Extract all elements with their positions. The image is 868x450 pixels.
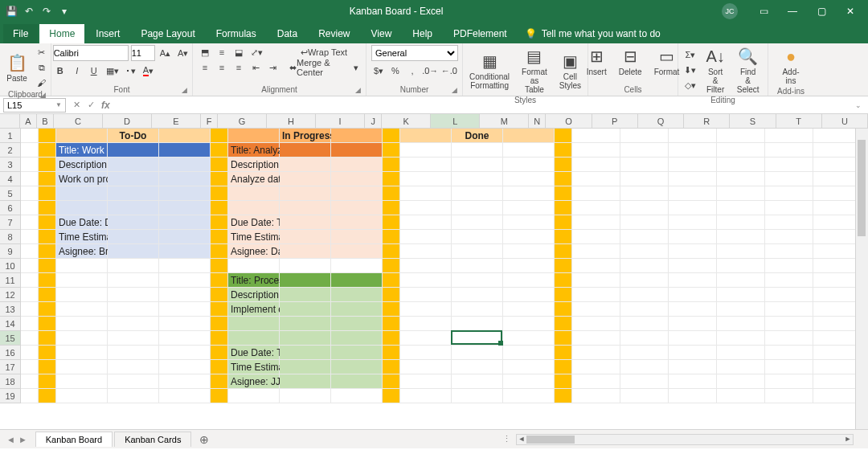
- cell[interactable]: Title: Analyze: [228, 143, 280, 158]
- cell[interactable]: Time Estimate: 3 Hours: [228, 230, 280, 244]
- cell[interactable]: [39, 317, 56, 331]
- cell[interactable]: [56, 259, 108, 273]
- cell[interactable]: [620, 158, 669, 172]
- column-header[interactable]: P: [592, 114, 638, 129]
- cell[interactable]: [503, 259, 555, 273]
- row-header[interactable]: 13: [0, 302, 21, 317]
- cell[interactable]: [813, 129, 862, 143]
- cell[interactable]: [400, 374, 452, 389]
- cell[interactable]: [211, 302, 228, 317]
- cell[interactable]: [620, 374, 669, 389]
- row-header[interactable]: 12: [0, 288, 21, 302]
- cell[interactable]: [669, 317, 717, 331]
- cell[interactable]: [331, 230, 383, 244]
- cell[interactable]: [159, 346, 211, 360]
- format-painter-icon[interactable]: 🖌: [35, 76, 49, 90]
- cell[interactable]: [108, 302, 159, 317]
- cell[interactable]: Due Date: Today: [228, 346, 280, 360]
- cell[interactable]: [717, 389, 765, 403]
- cell[interactable]: [555, 360, 572, 374]
- cell[interactable]: [228, 317, 280, 331]
- cell[interactable]: [452, 259, 503, 273]
- cell[interactable]: [21, 186, 39, 201]
- cell[interactable]: [280, 230, 331, 244]
- cell[interactable]: [159, 244, 211, 259]
- cell[interactable]: [159, 143, 211, 158]
- cell[interactable]: To-Do: [108, 129, 159, 143]
- cell[interactable]: Done: [452, 129, 503, 143]
- cell[interactable]: [211, 158, 228, 172]
- cell[interactable]: Asignee: JJ: [228, 374, 280, 389]
- cell[interactable]: [383, 158, 400, 172]
- column-header[interactable]: G: [218, 114, 267, 129]
- column-header[interactable]: T: [776, 114, 822, 129]
- cell[interactable]: [56, 360, 108, 374]
- cell[interactable]: Analyze data: [228, 172, 280, 186]
- cell[interactable]: [813, 186, 862, 201]
- cell[interactable]: [383, 389, 400, 403]
- delete-cells-button[interactable]: ⊟Delete: [614, 45, 647, 78]
- cell[interactable]: [280, 302, 331, 317]
- increase-indent-icon[interactable]: ⇥: [265, 60, 280, 75]
- cell[interactable]: [21, 346, 39, 360]
- chevron-down-icon[interactable]: ▼: [55, 101, 62, 108]
- align-top-icon[interactable]: ⬒: [198, 45, 212, 59]
- cell[interactable]: [555, 230, 572, 244]
- cell[interactable]: [572, 317, 620, 331]
- align-center-icon[interactable]: ≡: [215, 60, 229, 75]
- cell[interactable]: [572, 302, 620, 317]
- cell[interactable]: [503, 215, 555, 230]
- tab-insert[interactable]: Insert: [86, 24, 129, 43]
- cell[interactable]: [228, 186, 280, 201]
- cell[interactable]: [620, 230, 669, 244]
- cell[interactable]: [669, 389, 717, 403]
- cell[interactable]: [331, 259, 383, 273]
- cell[interactable]: [159, 230, 211, 244]
- fill-color-icon[interactable]: 🞍▾: [124, 63, 138, 78]
- cell[interactable]: [503, 331, 555, 346]
- cell[interactable]: [669, 259, 717, 273]
- tab-split-icon[interactable]: ⋮: [502, 434, 516, 444]
- cell[interactable]: Description:: [56, 158, 108, 172]
- cell[interactable]: [108, 201, 159, 215]
- cell[interactable]: [228, 259, 280, 273]
- column-header[interactable]: H: [267, 114, 316, 129]
- cell[interactable]: [21, 215, 39, 230]
- cell[interactable]: [21, 389, 39, 403]
- spreadsheet-grid[interactable]: ABCDEFGHIJKLMNOPQRSTU 123456789101112131…: [0, 114, 868, 429]
- cell[interactable]: [765, 302, 813, 317]
- cell[interactable]: [669, 374, 717, 389]
- decrease-font-icon[interactable]: A▾: [175, 46, 190, 60]
- new-sheet-icon[interactable]: ⊕: [191, 433, 217, 446]
- cell[interactable]: [555, 374, 572, 389]
- cell[interactable]: [620, 346, 669, 360]
- column-header[interactable]: O: [546, 114, 592, 129]
- cell[interactable]: [813, 273, 862, 288]
- expand-formula-icon[interactable]: ⌄: [849, 101, 868, 109]
- cell[interactable]: Due Date: Today: [228, 215, 280, 230]
- cell[interactable]: [108, 259, 159, 273]
- percent-icon[interactable]: %: [388, 63, 403, 78]
- cell[interactable]: [813, 317, 862, 331]
- cell[interactable]: [669, 331, 717, 346]
- cell[interactable]: [555, 129, 572, 143]
- cell[interactable]: [717, 201, 765, 215]
- cell[interactable]: [765, 273, 813, 288]
- cell[interactable]: [331, 215, 383, 230]
- cell[interactable]: Asignee: Dalton: [228, 244, 280, 259]
- cell[interactable]: [108, 346, 159, 360]
- cell[interactable]: [211, 288, 228, 302]
- cell[interactable]: [620, 143, 669, 158]
- minimize-icon[interactable]: —: [780, 6, 805, 17]
- cell[interactable]: [21, 244, 39, 259]
- cell[interactable]: [717, 346, 765, 360]
- cell[interactable]: [39, 230, 56, 244]
- cell[interactable]: [620, 331, 669, 346]
- row-header[interactable]: 16: [0, 346, 21, 360]
- column-header[interactable]: L: [431, 114, 480, 129]
- cell[interactable]: [813, 302, 862, 317]
- cell[interactable]: [620, 288, 669, 302]
- row-header[interactable]: 15: [0, 331, 21, 346]
- cell[interactable]: [572, 389, 620, 403]
- cell[interactable]: [39, 244, 56, 259]
